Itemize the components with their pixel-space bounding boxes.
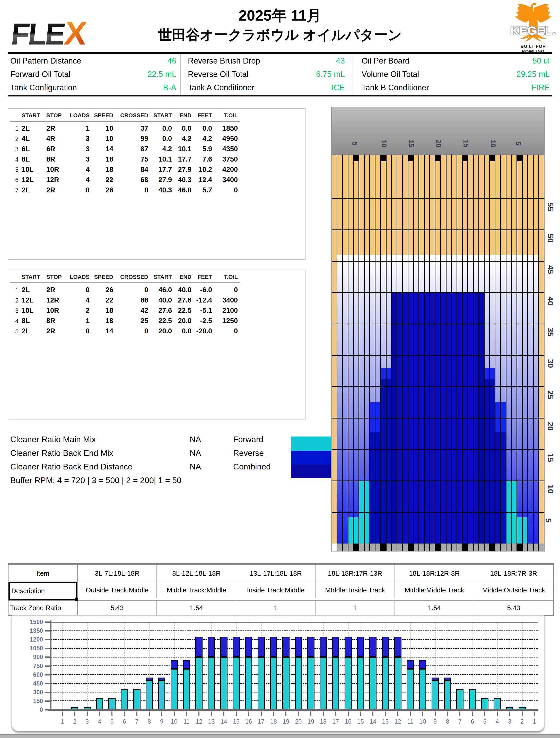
pass-cell: 18	[93, 166, 113, 173]
chart-x-label: 12	[393, 718, 402, 725]
bar-reverse	[233, 637, 240, 657]
lane-board-segment	[375, 255, 380, 403]
info-value: 46	[168, 56, 176, 66]
bar-forward	[469, 689, 476, 710]
pass-cell: 68	[117, 296, 148, 304]
lane-board-notch	[462, 154, 468, 161]
pass-col-header: STOP	[46, 112, 69, 119]
info-value: ICE	[331, 83, 345, 92]
lane-board-segment	[375, 154, 380, 255]
pass-col-header: END	[176, 274, 192, 280]
buffer-rpm-text: Buffer RPM: 4 = 720 | 3 = 500 | 2 = 200|…	[10, 476, 182, 485]
chart-x-tick	[397, 712, 398, 716]
lane-board-segment	[343, 154, 347, 255]
pass-cell: 17.7	[152, 166, 172, 173]
lane-pindeck: 510152015105	[332, 107, 544, 154]
ratio-description-label: Description	[8, 582, 77, 600]
bar-reverse	[357, 637, 364, 657]
chart-x-tick	[248, 712, 249, 716]
chart-x-tick	[323, 712, 324, 716]
info-label: Oil Pattern Distance	[10, 56, 81, 66]
bar-reverse	[307, 637, 314, 657]
bar-reverse	[282, 637, 290, 657]
pass-row-number: 5	[10, 328, 19, 335]
bar-reverse	[419, 660, 426, 669]
lane-board-segment	[457, 154, 462, 255]
pass-cell: 10	[93, 135, 113, 143]
lane-board-segment	[490, 368, 495, 379]
lane-foul-cell	[425, 543, 429, 551]
pass-cell: 0	[69, 186, 89, 194]
pass-cell: 0.0	[176, 327, 192, 335]
pass-cell: 3	[69, 135, 89, 143]
pass-cell: 2100	[215, 307, 238, 315]
lane-board-segment	[419, 154, 424, 255]
chart-x-label: 6	[120, 718, 129, 725]
lane-board-number: 20	[435, 140, 443, 147]
ratio-col-header: Item	[8, 565, 77, 582]
pass-cell: 42	[117, 307, 148, 315]
info-cell: Tank A ConditionerICE	[188, 82, 345, 93]
ratio-value-cell: 1	[236, 600, 315, 615]
ratio-description-cell: Inside Track:Middle	[236, 582, 315, 598]
cleaner-ratio-value: NA	[190, 435, 201, 444]
chart-x-label: 18	[269, 718, 278, 725]
chart-gridline	[51, 631, 538, 631]
chart-x-tick	[223, 712, 224, 716]
pass-cell: 22	[93, 296, 113, 304]
chart-x-label: 11	[406, 718, 414, 725]
lane-board-segment	[534, 255, 538, 544]
pass-header-divider	[10, 121, 240, 122]
pass-cell: 12R	[46, 176, 69, 184]
lane-board-segment	[337, 255, 342, 544]
lane-board-segment	[485, 154, 489, 255]
lane-gridline	[332, 449, 544, 450]
bar-forward	[419, 669, 426, 710]
pass-cell: 4	[69, 166, 89, 173]
lane-foul-cell	[436, 543, 440, 551]
bar-reverse	[320, 637, 327, 657]
lane-foul-cell	[507, 543, 511, 551]
chart-x-label: 18	[319, 718, 328, 725]
chart-x-tick	[360, 712, 361, 716]
pass-row-number: 6	[10, 177, 19, 183]
info-cell: Oil Pattern Distance46	[10, 56, 176, 66]
lane-board-segment	[490, 154, 495, 255]
bar-forward	[208, 657, 215, 710]
pass-cell: 1850	[215, 124, 238, 132]
bar-reverse	[220, 637, 228, 657]
lane-board-segment	[528, 255, 533, 544]
lane-board-segment	[381, 154, 386, 255]
chart-x-tick	[261, 712, 262, 716]
bar-reverse	[394, 637, 401, 657]
lane-gridline	[332, 386, 544, 387]
lane-board-segment	[381, 368, 386, 379]
lane-board-segment	[490, 255, 495, 368]
pass-cell: 8R	[46, 317, 69, 325]
pass-row-number: 3	[10, 146, 19, 153]
pass-cell: 3400	[215, 296, 238, 304]
bar-forward	[220, 657, 228, 710]
pass-cell: 4R	[46, 135, 69, 143]
ratio-col-header: 13L-17L:18L-18R	[236, 565, 315, 582]
lane-board-notch	[381, 154, 386, 161]
bar-forward	[108, 698, 115, 710]
pass-row-number: 7	[10, 187, 19, 194]
pass-cell: 12L	[22, 176, 42, 184]
lane-board-segment	[403, 154, 407, 255]
chart-gridline	[51, 639, 538, 640]
lane-board-segment	[386, 154, 391, 255]
chart-gridline	[51, 657, 538, 658]
pass-cell: -5.1	[195, 307, 212, 315]
pass-cell: 3400	[215, 176, 238, 184]
bar-reverse	[171, 660, 178, 669]
pass-cell: 2L	[22, 327, 42, 335]
chart-x-label: 17	[331, 718, 340, 725]
pass-row-number: 1	[10, 287, 19, 294]
lane-board-segment	[485, 255, 489, 368]
lane-foul-cell	[441, 543, 446, 551]
cleaner-ratio-label: Cleaner Ratio Main Mix	[10, 435, 96, 444]
chart-y-tick	[45, 648, 50, 649]
pass-cell: 12R	[46, 296, 69, 304]
ratio-description-cell: Outside Track:Middle	[77, 582, 157, 598]
